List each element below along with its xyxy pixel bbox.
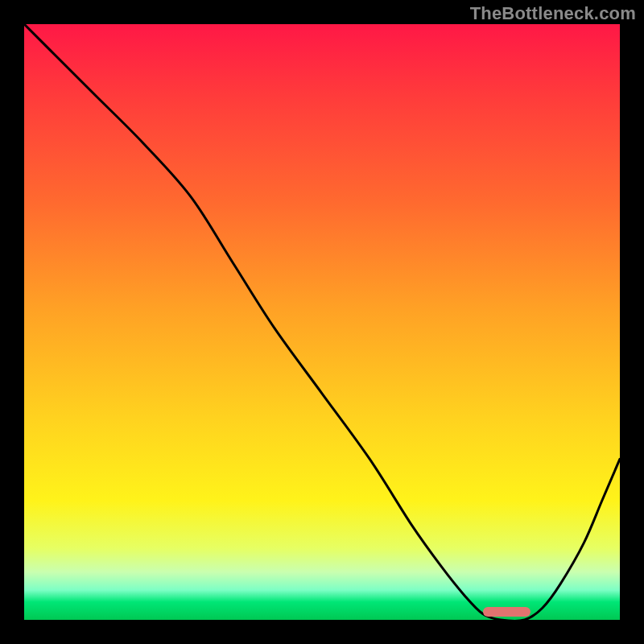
watermark-text: TheBottleneck.com bbox=[470, 3, 636, 24]
plot-area bbox=[24, 24, 620, 620]
curve-path bbox=[24, 24, 620, 620]
chart-stage: TheBottleneck.com bbox=[0, 0, 644, 644]
bottleneck-curve bbox=[24, 24, 620, 620]
optimal-range-marker bbox=[483, 607, 530, 617]
